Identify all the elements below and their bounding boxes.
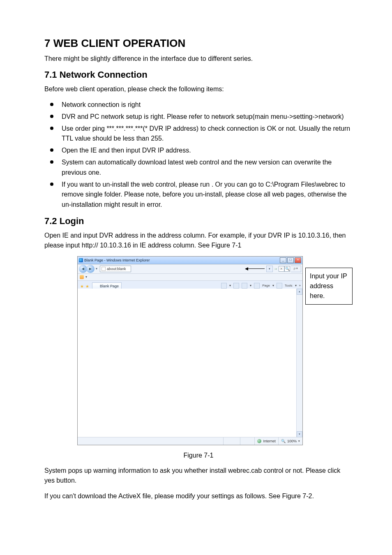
tab-label: Blank Page — [100, 284, 119, 288]
tools-dd[interactable]: ▾ — [295, 284, 297, 287]
back-button[interactable]: ◄ — [79, 265, 87, 273]
after-fig-p2: If you can't download the ActiveX file, … — [44, 491, 352, 501]
address-text: about:blank — [107, 267, 126, 271]
search-icon[interactable]: 🔍 — [284, 266, 290, 272]
figure-area: Blank Page - Windows Internet Explorer _… — [77, 256, 353, 459]
s71-intro: Before web client operation, please chec… — [44, 84, 352, 94]
window-titlebar: Blank Page - Windows Internet Explorer _… — [78, 257, 302, 264]
overflow-chevron-icon[interactable]: » — [299, 284, 301, 287]
status-zoom-cell[interactable]: 🔍 100% ▾ — [278, 437, 302, 445]
heading-7-1: 7.1 Network Connection — [44, 69, 352, 80]
callout-arrow — [245, 267, 265, 271]
status-zone-cell: Internet — [254, 437, 278, 445]
vertical-scrollbar[interactable]: ▴ ▾ — [296, 289, 302, 437]
heading-7-2: 7.2 Login — [44, 216, 352, 227]
page-dd[interactable]: ▾ — [272, 284, 274, 287]
s72-paragraph: Open IE and input DVR address in the add… — [44, 231, 352, 250]
bullet-item: Use order ping ***.***.***.***(* DVR IP … — [44, 124, 352, 144]
refresh-icon[interactable]: ✕ — [279, 266, 284, 272]
zoom-icon: 🔍 — [281, 439, 286, 443]
address-dropdown[interactable]: ▾ — [266, 266, 273, 272]
internet-zone-icon — [257, 439, 261, 443]
page-menu[interactable]: Page — [262, 284, 270, 287]
forward-button[interactable]: ► — [86, 265, 95, 273]
scroll-down-button[interactable]: ▾ — [297, 431, 302, 437]
tools-menu[interactable]: Tools — [285, 284, 293, 287]
links-folder-icon[interactable] — [80, 275, 84, 279]
page-icon — [101, 267, 106, 271]
bullet-item: Open the IE and then input DVR IP addres… — [44, 146, 352, 156]
search-go-button[interactable]: ρ ▾ — [291, 266, 301, 272]
bullet-item: System can automatically download latest… — [44, 157, 352, 178]
print-icon[interactable] — [242, 283, 247, 289]
links-toolbar: ▾ — [78, 274, 302, 281]
page-content-area — [78, 289, 297, 437]
tools-menu-icon[interactable] — [277, 283, 282, 289]
ie-window: Blank Page - Windows Internet Explorer _… — [77, 256, 303, 445]
print-dd[interactable]: ▾ — [250, 284, 251, 287]
bullet-list: Network connection is right DVR and PC n… — [44, 100, 352, 210]
maximize-button[interactable]: □ — [287, 257, 294, 263]
scroll-up-button[interactable]: ▴ — [297, 289, 302, 295]
bullet-item: DVR and PC network setup is right. Pleas… — [44, 112, 352, 122]
status-zone-text: Internet — [263, 439, 276, 443]
home-dd[interactable]: ▾ — [229, 284, 231, 287]
nav-history-dropdown[interactable]: ▾ — [96, 267, 97, 271]
fav-star-icon[interactable]: ★ — [80, 284, 84, 289]
feeds-icon[interactable] — [233, 283, 239, 289]
address-input[interactable]: about:blank — [100, 266, 131, 272]
status-bar: Internet 🔍 100% ▾ — [78, 437, 302, 445]
callout-line2: address here. — [310, 281, 348, 301]
go-button[interactable]: → — [274, 266, 278, 271]
home-icon[interactable] — [221, 283, 227, 289]
links-dropdown-icon[interactable]: ▾ — [85, 275, 87, 279]
callout-line1: Input your IP — [310, 271, 348, 281]
bullet-item: If you want to un-install the web contro… — [44, 180, 352, 210]
close-button[interactable]: × — [295, 257, 301, 263]
heading-chapter: 7 WEB CLIENT OPERATION — [44, 37, 352, 50]
page-menu-icon[interactable] — [254, 283, 260, 289]
window-title: Blank Page - Windows Internet Explorer — [84, 258, 150, 262]
after-fig-p1: System pops up warning information to as… — [44, 466, 352, 486]
status-zoom-text: 100% — [287, 439, 297, 443]
intro-paragraph: There might be slightly difference in th… — [44, 54, 352, 64]
address-toolbar: ◄ ► ▾ about:blank ▾ → ✕ 🔍 ρ ▾ — [78, 264, 302, 274]
minimize-button[interactable]: _ — [280, 257, 286, 263]
add-fav-star-icon[interactable]: ★ — [85, 284, 90, 289]
figure-caption: Figure 7-1 — [44, 452, 353, 459]
tab-ie-icon — [95, 284, 99, 288]
callout-box: Input your IP address here. — [305, 268, 353, 305]
command-bar: ▾ ▾ Page▾ Tools▾ » — [221, 283, 301, 289]
bullet-item: Network connection is right — [44, 100, 352, 110]
ie-logo-icon — [79, 258, 83, 262]
zoom-dd[interactable]: ▾ — [298, 439, 300, 443]
